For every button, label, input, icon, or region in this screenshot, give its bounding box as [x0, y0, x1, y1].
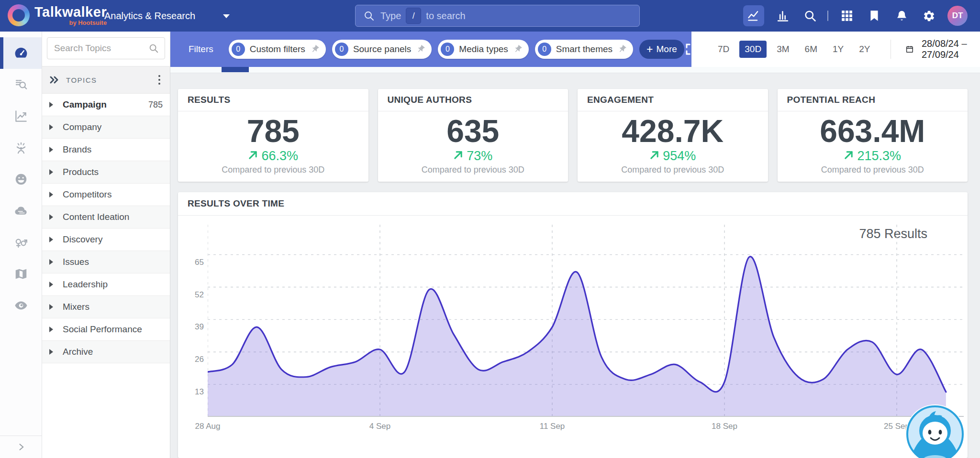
topic-label: Brands	[63, 144, 163, 155]
kpi-body: 663.4M215.3%Compared to previous 30D	[778, 111, 968, 175]
apps-grid-button[interactable]	[838, 7, 856, 24]
topic-label: Campaign	[63, 99, 148, 110]
range-button-7d[interactable]: 7D	[713, 41, 735, 58]
bar-chart-button[interactable]	[774, 7, 791, 24]
pin-icon[interactable]	[513, 44, 523, 54]
activity-chart-button[interactable]	[743, 5, 764, 26]
double-chevron-icon[interactable]	[49, 74, 60, 86]
range-button-2y[interactable]: 2Y	[854, 41, 875, 58]
sidebar-item-competitors[interactable]: Competitors	[42, 184, 170, 206]
rail-item-results-search[interactable]	[0, 69, 42, 100]
date-range-picker[interactable]: 28/08/24 – 27/09/24	[905, 38, 980, 60]
kpi-body: 78566.3%Compared to previous 30D	[178, 111, 368, 175]
trend-up-arrow-icon	[649, 149, 659, 164]
range-button-3m[interactable]: 3M	[771, 41, 794, 58]
topic-count-badge: 785	[148, 100, 163, 110]
chip-count-badge: 0	[335, 43, 348, 56]
topic-label: Issues	[63, 257, 163, 267]
rail-item-world-map[interactable]	[0, 258, 42, 290]
dashboard-icon	[13, 45, 29, 61]
notifications-icon	[895, 10, 908, 22]
rail-item-trend-analysis[interactable]	[0, 100, 42, 132]
y-axis-tick-label: 65	[185, 258, 204, 267]
rail-item-demographics[interactable]	[0, 227, 42, 258]
kpi-change-value: 215.3%	[857, 149, 901, 164]
active-tab-indicator[interactable]	[222, 67, 249, 72]
sidebar-item-discovery[interactable]: Discovery	[42, 229, 170, 251]
filter-chip-custom-filters[interactable]: 0Custom filters	[229, 40, 326, 59]
bookmark-button[interactable]	[866, 7, 883, 24]
kpi-value: 663.4M	[778, 113, 968, 149]
sidebar-item-mixers[interactable]: Mixers	[42, 296, 170, 318]
rail-item-dashboard[interactable]	[0, 37, 42, 69]
workspace-selector[interactable]: Analytics & Research	[104, 0, 230, 32]
topics-search-box[interactable]	[47, 37, 165, 59]
kpi-body: 428.7K954%Compared to previous 30D	[578, 111, 768, 175]
sidebar-item-leadership[interactable]: Leadership	[42, 273, 170, 296]
range-button-1y[interactable]: 1Y	[827, 41, 849, 58]
kpi-value: 428.7K	[578, 113, 768, 149]
workspace-name: Analytics & Research	[104, 11, 195, 22]
apps-grid-icon	[841, 10, 853, 22]
topic-label: Company	[63, 122, 163, 132]
x-axis-tick-label: 11 Sep	[531, 422, 574, 431]
topics-search-input[interactable]	[53, 43, 148, 54]
rail-expand-button[interactable]	[0, 436, 42, 458]
talkwalker-logo-icon	[8, 4, 30, 26]
x-axis-tick-label: 28 Aug	[186, 422, 229, 431]
left-icon-rail	[0, 32, 42, 458]
logo-title: Talkwalker	[34, 4, 107, 20]
sidebar-item-products[interactable]: Products	[42, 161, 170, 184]
owly-chat-widget-button[interactable]	[905, 403, 967, 458]
chart-title: RESULTS OVER TIME	[178, 192, 968, 216]
kpi-change: 954%	[578, 149, 768, 164]
talkwalker-dashboard: Talkwalker by Hootsuite Analytics & Rese…	[0, 0, 980, 458]
sidebar-item-social-performance[interactable]: Social Performance	[42, 318, 170, 341]
topbar-icon-group: DT	[743, 0, 980, 32]
pin-icon[interactable]	[617, 44, 627, 54]
chip-count-badge: 0	[441, 43, 454, 56]
sidebar-item-campaign[interactable]: Campaign785	[42, 94, 170, 116]
rail-item-sentiment[interactable]	[0, 164, 42, 195]
caret-right-icon	[49, 282, 56, 287]
filter-chip-source-panels[interactable]: 0Source panels	[332, 40, 432, 59]
calendar-icon	[905, 43, 914, 55]
trend-up-arrow-icon	[248, 149, 258, 164]
user-avatar[interactable]: DT	[947, 6, 968, 26]
kpi-change-value: 66.3%	[261, 149, 298, 164]
settings-button[interactable]	[920, 7, 937, 24]
sidebar-item-company[interactable]: Company	[42, 116, 170, 139]
sidebar-item-issues[interactable]: Issues	[42, 251, 170, 273]
rail-item-word-cloud[interactable]	[0, 195, 42, 227]
pin-icon[interactable]	[310, 44, 320, 54]
divider	[891, 40, 891, 59]
sidebar-item-archive[interactable]: Archive	[42, 341, 170, 363]
chevron-right-icon	[16, 442, 26, 452]
caret-right-icon	[49, 327, 56, 332]
search-icon	[803, 9, 817, 22]
trend-up-arrow-icon	[844, 149, 854, 164]
rail-item-influencers[interactable]	[0, 132, 42, 164]
filters-label[interactable]: Filters	[189, 44, 213, 55]
talkwalker-logo[interactable]: Talkwalker by Hootsuite	[8, 4, 107, 26]
filter-chip-media-types[interactable]: 0Media types	[438, 40, 528, 59]
range-button-30d[interactable]: 30D	[739, 41, 767, 58]
filter-chip-smart-themes[interactable]: 0Smart themes	[535, 40, 633, 59]
topics-menu-kebab-icon[interactable]	[156, 73, 163, 87]
sidebar-item-content-ideation[interactable]: Content Ideation	[42, 206, 170, 229]
range-button-6m[interactable]: 6M	[800, 41, 823, 58]
topic-label: Archive	[63, 347, 163, 357]
topics-header: TOPICS	[42, 66, 170, 94]
kpi-card-unique-authors: UNIQUE AUTHORS63573%Compared to previous…	[378, 89, 568, 182]
global-search-input[interactable]: Type / to search	[355, 5, 640, 27]
more-filters-button[interactable]: + More	[639, 40, 684, 59]
notifications-button[interactable]	[893, 7, 910, 24]
topics-panel: TOPICS Campaign785CompanyBrandsProductsC…	[42, 32, 170, 458]
pin-icon[interactable]	[416, 44, 425, 54]
results-over-time-chart[interactable]	[208, 225, 964, 417]
topic-label: Products	[63, 167, 163, 177]
rail-item-monitoring[interactable]	[0, 290, 42, 321]
kpi-title: ENGAGEMENT	[578, 89, 768, 111]
search-button[interactable]	[802, 7, 819, 24]
sidebar-item-brands[interactable]: Brands	[42, 139, 170, 161]
